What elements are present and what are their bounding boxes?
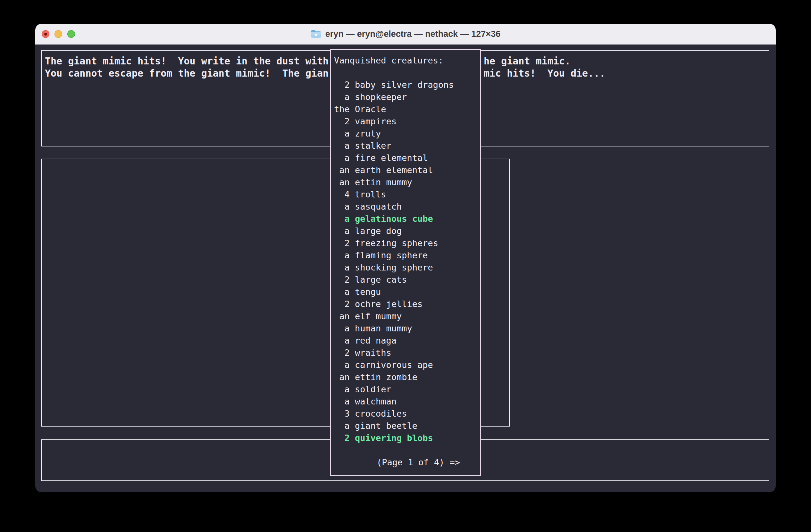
vanquished-item: an ettin zombie — [334, 371, 480, 383]
vanquished-item: a gelatinous cube — [334, 213, 480, 225]
vanquished-item: a flaming sphere — [334, 249, 480, 262]
vanquished-item: 2 baby silver dragons — [334, 79, 480, 91]
message-line-1-left: The giant mimic hits! You write in the d… — [45, 55, 328, 67]
message-line-2-right: mic hits! You die... — [484, 67, 605, 79]
vanquished-item: a human mummy — [334, 323, 480, 334]
vanquished-item: a giant beetle — [334, 420, 480, 432]
message-line-1-right: he giant mimic. — [484, 55, 570, 67]
vanquished-item: a carnivorous ape — [334, 359, 480, 371]
vanquished-item: 2 freezing spheres — [334, 237, 480, 249]
vanquished-item: 2 ochre jellies — [334, 298, 480, 310]
minimize-button[interactable] — [55, 30, 62, 38]
vanquished-item: a red naga — [334, 334, 480, 347]
window-title-group: eryn — eryn@electra — nethack — 127×36 — [311, 29, 500, 39]
vanquished-item: a watchman — [334, 395, 480, 408]
unsaved-changes-dot — [44, 33, 47, 35]
close-button[interactable] — [42, 30, 49, 38]
menu-title: Vanquished creatures: — [334, 54, 480, 67]
screen-background: eryn — eryn@electra — nethack — 127×36 T… — [0, 0, 811, 532]
window-title: eryn — eryn@electra — nethack — 127×36 — [325, 29, 500, 39]
traffic-lights — [42, 24, 75, 44]
vanquished-item: 3 crocodiles — [334, 408, 480, 420]
vanquished-item: a stalker — [334, 140, 480, 152]
vanquished-item: 2 wraiths — [334, 347, 480, 359]
vanquished-item: a fire elemental — [334, 152, 480, 164]
vanquished-item: 2 large cats — [334, 274, 480, 286]
vanquished-item: 2 vampires — [334, 115, 480, 128]
vanquished-item: 2 quivering blobs — [334, 432, 480, 444]
window-titlebar[interactable]: eryn — eryn@electra — nethack — 127×36 — [35, 24, 776, 45]
page-indicator: (Page 1 of 4) => — [377, 456, 480, 469]
zoom-button[interactable] — [67, 30, 75, 38]
terminal-content[interactable]: The giant mimic hits! You write in the d… — [35, 44, 776, 492]
vanquished-item: a tengu — [334, 286, 480, 298]
vanquished-item: 4 trolls — [334, 188, 480, 201]
folder-icon — [311, 29, 322, 39]
terminal-window: eryn — eryn@electra — nethack — 127×36 T… — [35, 24, 776, 492]
vanquished-item: a sasquatch — [334, 201, 480, 213]
vanquished-item: an earth elemental — [334, 164, 480, 176]
vanquished-item: an ettin mummy — [334, 176, 480, 188]
vanquished-item: a shopkeeper — [334, 91, 480, 103]
vanquished-item: a zruty — [334, 128, 480, 140]
vanquished-item: an elf mummy — [334, 310, 480, 323]
vanquished-item: a soldier — [334, 383, 480, 395]
vanquished-menu: Vanquished creatures: 2 baby silver drag… — [330, 49, 481, 476]
vanquished-item: the Oracle — [334, 103, 480, 115]
vanquished-item: a shocking sphere — [334, 262, 480, 274]
vanquished-item: a large dog — [334, 225, 480, 237]
message-line-2-left: You cannot escape from the giant mimic! … — [45, 67, 328, 79]
vanquished-list: 2 baby silver dragons a shopkeeperthe Or… — [334, 79, 480, 444]
